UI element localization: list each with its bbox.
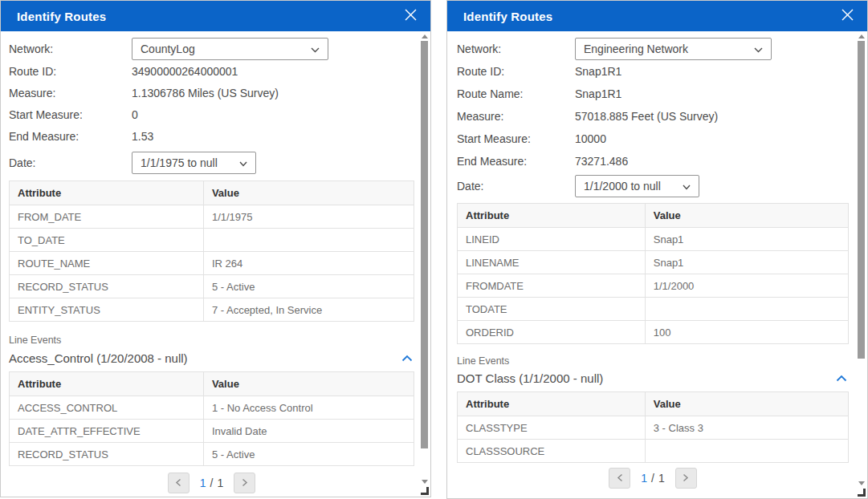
table-row: CLASSTYPE3 - Class 3 <box>458 416 849 440</box>
chevron-down-icon <box>683 180 691 193</box>
chevron-up-icon <box>836 372 847 384</box>
value-cell: 1/1/2000 <box>645 274 848 298</box>
line-events-heading: Access_Control (1/20/2008 - null) <box>9 351 188 365</box>
date-label: Date: <box>457 180 575 193</box>
total-pages: 1 <box>217 477 223 489</box>
vertical-scrollbar[interactable] <box>858 33 866 487</box>
value-cell <box>645 440 848 463</box>
field-row: Route Name: Snap1R1 <box>457 83 849 105</box>
date-select[interactable]: 1/1/2000 to null <box>575 175 699 197</box>
line-events-label: Line Events <box>9 335 414 346</box>
next-page-button[interactable] <box>234 473 255 493</box>
next-page-button[interactable] <box>675 468 697 489</box>
table-row: LINENAMESnap1 <box>458 251 849 274</box>
scrollbar-thumb[interactable] <box>858 41 865 359</box>
screen: Identify Routes Network: CountyLog Route… <box>0 0 868 499</box>
attribute-column-header: Attribute <box>458 204 646 228</box>
chevron-right-icon <box>242 477 248 489</box>
chevron-right-icon <box>683 473 689 485</box>
value-cell <box>645 298 848 321</box>
table-row: FROMDATE1/1/2000 <box>458 274 849 298</box>
table-row: TODATE <box>458 298 849 321</box>
value-column-header: Value <box>203 181 414 205</box>
panel-title: Identify Routes <box>463 10 552 23</box>
close-button[interactable] <box>402 6 419 26</box>
field-label: End Measure: <box>9 130 132 143</box>
value-column-header: Value <box>203 372 414 396</box>
table-header-row: Attribute Value <box>10 181 414 205</box>
current-page: 1 <box>200 477 206 489</box>
scrollbar-thumb[interactable] <box>421 41 428 448</box>
field-row: Measure: 57018.885 Feet (US Survey) <box>457 105 849 128</box>
line-events-label: Line Events <box>457 355 849 367</box>
line-event-attribute-table: Attribute Value ACCESS_CONTROL1 - No Acc… <box>9 371 414 466</box>
field-value: 0 <box>132 108 138 121</box>
attribute-cell: CLASSSOURCE <box>458 440 646 463</box>
value-cell: Snap1 <box>645 251 848 274</box>
field-row: Route ID: Snap1R1 <box>457 60 849 83</box>
field-row: End Measure: 73271.486 <box>457 150 849 172</box>
attribute-cell: TO_DATE <box>10 229 204 252</box>
field-row: Start Measure: 10000 <box>457 128 849 150</box>
close-button[interactable] <box>839 6 856 26</box>
identify-routes-panel-left: Identify Routes Network: CountyLog Route… <box>0 0 431 497</box>
scroll-down-icon[interactable] <box>858 481 865 485</box>
table-row: LINEIDSnap1 <box>458 228 849 251</box>
page-indicator: 1 / 1 <box>641 472 664 485</box>
attribute-cell: RECORD_STATUS <box>10 275 204 298</box>
prev-page-button[interactable] <box>609 468 630 489</box>
value-column-header: Value <box>645 204 848 228</box>
field-value: 57018.885 Feet (US Survey) <box>575 110 718 123</box>
line-event-attribute-table: Attribute Value CLASSTYPE3 - Class 3 CLA… <box>457 391 849 463</box>
date-select-value: 1/1/2000 to null <box>584 180 661 193</box>
pagination: 1 / 1 <box>457 468 849 489</box>
line-events-heading: DOT Class (1/1/2000 - null) <box>457 371 603 385</box>
scroll-down-icon[interactable] <box>422 480 428 484</box>
field-value: Snap1R1 <box>575 87 621 100</box>
page-indicator: 1 / 1 <box>200 477 223 489</box>
field-value: 10000 <box>575 132 606 145</box>
date-select[interactable]: 1/1/1975 to null <box>132 152 256 174</box>
field-label: Measure: <box>457 110 575 123</box>
table-header-row: Attribute Value <box>10 372 414 396</box>
panel-header: Identify Routes <box>1 1 430 31</box>
date-select-value: 1/1/1975 to null <box>141 156 218 169</box>
line-events-heading-row: Access_Control (1/20/2008 - null) <box>9 351 414 366</box>
field-row: Route ID: 34900000264000001 <box>9 60 414 82</box>
field-row: Start Measure: 0 <box>9 103 414 125</box>
resize-grip[interactable] <box>858 489 866 497</box>
vertical-scrollbar[interactable] <box>421 33 429 485</box>
panel-title: Identify Routes <box>17 10 106 23</box>
network-select[interactable]: Engineering Network <box>575 38 772 60</box>
collapse-button[interactable] <box>834 371 849 386</box>
table-header-row: Attribute Value <box>458 204 849 228</box>
network-row: Network: CountyLog <box>9 38 414 60</box>
chevron-down-icon <box>754 43 763 55</box>
panel-body: Network: Engineering Network Route ID: S… <box>447 31 867 498</box>
route-attribute-table: Attribute Value LINEIDSnap1 LINENAMESnap… <box>457 203 849 344</box>
route-attribute-table: Attribute Value FROM_DATE1/1/1975 TO_DAT… <box>9 181 414 322</box>
field-label: Route ID: <box>457 65 575 78</box>
prev-page-button[interactable] <box>168 473 189 493</box>
value-cell: 7 - Accepted, In Service <box>203 298 414 322</box>
table-header-row: Attribute Value <box>458 392 849 416</box>
identify-routes-panel-right: Identify Routes Network: Engineering Net… <box>446 0 868 499</box>
scroll-up-icon[interactable] <box>858 34 865 39</box>
attribute-cell: ENTITY_STATUS <box>10 298 204 322</box>
attribute-cell: ORDERID <box>458 321 646 344</box>
date-label: Date: <box>9 156 132 169</box>
field-label: Route ID: <box>9 65 132 78</box>
value-cell: 5 - Active <box>203 443 414 466</box>
field-value: 34900000264000001 <box>132 65 238 78</box>
value-column-header: Value <box>645 392 848 416</box>
network-select[interactable]: CountyLog <box>132 38 328 60</box>
chevron-down-icon <box>239 156 247 169</box>
attribute-cell: CLASSTYPE <box>458 416 646 440</box>
table-row: ORDERID100 <box>458 321 849 344</box>
collapse-button[interactable] <box>400 351 414 366</box>
scroll-up-icon[interactable] <box>422 34 428 39</box>
attribute-cell: DATE_ATTR_EFFECTIVE <box>10 420 204 443</box>
network-select-value: CountyLog <box>141 43 195 55</box>
field-label: End Measure: <box>457 155 575 168</box>
resize-grip[interactable] <box>421 487 429 495</box>
